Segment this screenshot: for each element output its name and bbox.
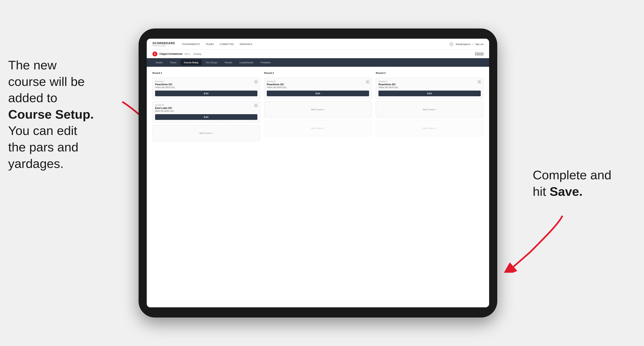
annotation-line5: the pars and: [8, 140, 78, 154]
round3-course-a-letter: (Course A): [378, 80, 481, 82]
nav-separator: |: [472, 43, 473, 45]
round-3-column: Round 3 × (Course A) Peachtree GC Yellow…: [376, 72, 484, 141]
round3-add-course-disabled-label: Add Course +: [423, 127, 436, 130]
round2-add-course[interactable]: Add Course +: [264, 101, 372, 118]
annotation-right-bold: Save.: [550, 184, 583, 198]
round1-course-a-card: × (Course A) Peachtree GC Yellow (M) (66…: [152, 78, 260, 99]
clippd-logo: C: [152, 51, 157, 56]
round2-course-a-card: × (Course A) Peachtree GC Yellow (M) (66…: [264, 78, 372, 99]
round2-course-a-name: Peachtree GC: [267, 83, 369, 86]
nav-committee[interactable]: COMMITTEE: [220, 43, 234, 45]
round1-add-course-label: Add Course +: [199, 132, 213, 134]
nav-left: SCOREBOARD Powered by clippd TOURNAMENTS…: [152, 41, 252, 47]
arrow-right: [501, 212, 579, 273]
nav-right: blair@clippd.io | Sign out: [449, 42, 484, 46]
tournament-gender: (Men): [184, 53, 190, 55]
round3-add-course[interactable]: Add Course +: [376, 101, 484, 118]
round2-course-a-letter: (Course A): [267, 80, 369, 82]
round1-course-b-card: × (Course B) East Lake GC Black (M) (689…: [152, 101, 260, 123]
round2-course-a-edit[interactable]: Edit: [267, 91, 369, 96]
round1-course-a-letter: (Course A): [155, 80, 258, 82]
nav-links: TOURNAMENTS TEAMS COMMITTEE RANKINGS: [182, 43, 252, 45]
round-2-column: Round 2 × (Course A) Peachtree GC Yellow…: [264, 72, 372, 141]
annotation-line3: added to: [8, 91, 57, 105]
round1-course-a-name: Peachtree GC: [155, 83, 258, 86]
powered-by: Powered by clippd: [152, 45, 175, 47]
annotation-left: The new course will be added to Course S…: [8, 57, 94, 172]
tab-teams[interactable]: Teams: [167, 60, 180, 65]
round1-course-b-edit[interactable]: Edit: [155, 114, 258, 120]
annotation-right-line2: hit: [533, 184, 550, 198]
round2-add-course-disabled: Add Course +: [264, 120, 372, 136]
annotation-bold: Course Setup.: [8, 107, 94, 121]
round-2-label: Round 2: [264, 72, 372, 74]
scoreboard-title: SCOREBOARD: [152, 41, 175, 45]
tab-results[interactable]: Results: [221, 60, 236, 65]
tablet-frame: SCOREBOARD Powered by clippd TOURNAMENTS…: [138, 28, 497, 318]
tournament-name: Clippd Invitational: [159, 52, 182, 55]
tab-tee-groups[interactable]: Tee Groups: [202, 60, 221, 65]
round1-course-b-delete[interactable]: ×: [254, 104, 258, 107]
annotation-right: Complete and hit Save.: [533, 167, 612, 200]
round3-course-a-card: × (Course A) Peachtree GC Yellow (M) (66…: [376, 78, 484, 99]
round3-add-course-label: Add Course +: [423, 108, 436, 111]
scoreboard-logo: SCOREBOARD Powered by clippd: [152, 41, 175, 47]
annotation-line4: You can edit: [8, 124, 77, 138]
user-avatar: [449, 42, 454, 46]
top-nav: SCOREBOARD Powered by clippd TOURNAMENTS…: [147, 39, 489, 50]
user-email: blair@clippd.io: [456, 43, 470, 45]
cancel-button[interactable]: Cancel: [475, 52, 484, 56]
round-3-label: Round 3: [376, 72, 484, 74]
tab-printables[interactable]: Printables: [258, 60, 274, 65]
round3-course-a-delete[interactable]: ×: [478, 80, 481, 84]
tournament-bar: C Clippd Invitational (Men) Hosting Canc…: [147, 50, 489, 58]
tab-details[interactable]: Details: [152, 60, 166, 65]
round2-add-course-disabled-label: Add Course +: [311, 127, 325, 130]
tablet-screen: SCOREBOARD Powered by clippd TOURNAMENTS…: [147, 39, 489, 307]
round1-add-course[interactable]: Add Course +: [152, 125, 260, 141]
tab-course-setup[interactable]: Course Setup: [180, 60, 202, 65]
round1-course-a-delete[interactable]: ×: [254, 80, 258, 84]
nav-tournaments[interactable]: TOURNAMENTS: [182, 43, 200, 45]
annotation-line1: The new: [8, 58, 57, 72]
rounds-container: Round 1 × (Course A) Peachtree GC Yellow…: [152, 72, 484, 141]
round-1-column: Round 1 × (Course A) Peachtree GC Yellow…: [152, 72, 260, 141]
round3-course-a-details: Yellow (M) (6629 yds): [378, 86, 481, 89]
tab-bar: Details Teams Course Setup Tee Groups Re…: [147, 58, 489, 67]
sign-out-link[interactable]: Sign out: [475, 43, 484, 45]
round1-course-b-name: East Lake GC: [155, 106, 258, 110]
nav-rankings[interactable]: RANKINGS: [240, 43, 252, 45]
round3-add-course-disabled: Add Course +: [376, 120, 484, 136]
round-1-label: Round 1: [152, 72, 260, 74]
nav-teams[interactable]: TEAMS: [206, 43, 214, 45]
round2-course-a-details: Yellow (M) (6629 yds): [267, 86, 369, 89]
annotation-right-line1: Complete and: [533, 168, 612, 182]
annotation-line2: course will be: [8, 74, 85, 89]
round2-add-course-label: Add Course +: [311, 108, 325, 111]
round3-course-a-name: Peachtree GC: [378, 83, 481, 86]
annotation-line6: yardages.: [8, 157, 64, 171]
round3-course-a-edit[interactable]: Edit: [378, 91, 481, 96]
tournament-info: C Clippd Invitational (Men) Hosting: [152, 51, 201, 56]
round1-course-a-edit[interactable]: Edit: [155, 91, 258, 96]
content-area: Round 1 × (Course A) Peachtree GC Yellow…: [147, 67, 489, 307]
round1-course-b-letter: (Course B): [155, 104, 258, 106]
round1-course-b-details: Black (M) (6891 yds): [155, 110, 258, 112]
tab-leaderboards[interactable]: Leaderboards: [236, 60, 256, 65]
round1-course-a-details: Yellow (M) (6629 yds): [155, 86, 258, 89]
tournament-status: Hosting: [194, 53, 201, 55]
round2-course-a-delete[interactable]: ×: [366, 80, 370, 84]
